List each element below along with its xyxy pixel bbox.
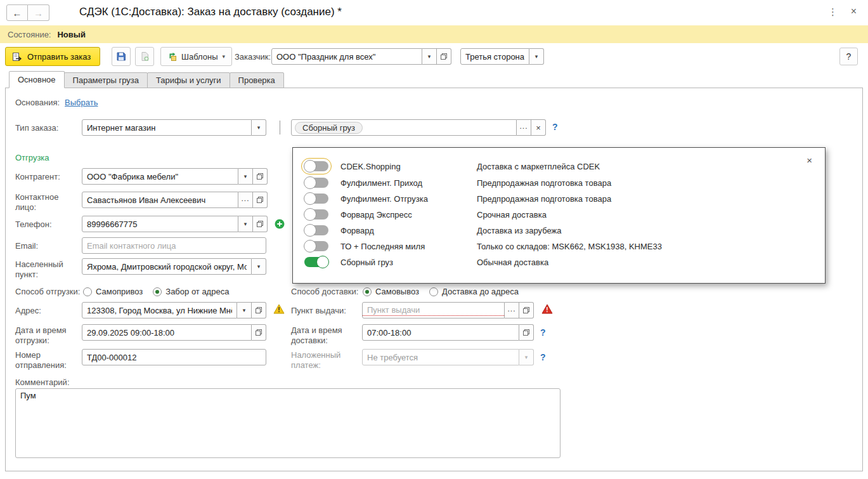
open-form-icon	[523, 307, 529, 313]
open-form-icon	[257, 221, 263, 227]
shipping-datetime-input[interactable]	[82, 328, 251, 338]
tariff-option-description: Доставка из зарубежа	[477, 226, 562, 235]
pickup-point-input[interactable]	[363, 305, 504, 316]
radio-label: Доставка до адреса	[442, 287, 519, 296]
delivery-method-radios: Самовывоз Доставка до адреса	[363, 286, 529, 297]
counterparty-open-button[interactable]	[253, 168, 268, 185]
tariff-help-icon[interactable]: ?	[552, 122, 558, 132]
customer-open-button[interactable]	[437, 48, 451, 65]
contact-open-button[interactable]	[253, 192, 268, 208]
phone-dropdown-button[interactable]: ▾	[238, 216, 253, 232]
delivery-datetime-help-icon[interactable]: ?	[540, 327, 546, 338]
comment-label: Комментарий:	[15, 377, 70, 388]
comment-textarea[interactable]: Пум	[15, 388, 560, 458]
chevron-down-icon: ▾	[525, 354, 528, 360]
tariff-tag-area[interactable]: Сборный груз	[291, 119, 517, 136]
address-open-button[interactable]	[252, 302, 266, 318]
third-party-dropdown-button[interactable]: ▾	[529, 48, 544, 65]
tariff-option-row: Форвард Доставка из зарубежа	[293, 225, 825, 239]
phone-open-button[interactable]	[253, 216, 268, 232]
shipping-method-label: Способ отгрузки:	[15, 287, 80, 297]
contact-field: ...	[82, 192, 268, 208]
counterparty-label: Контрагент:	[15, 172, 60, 182]
basis-row: Основания: Выбрать	[15, 98, 98, 107]
shipment-number-field	[82, 349, 266, 365]
forward-icon: →	[34, 8, 43, 18]
address-input[interactable]	[82, 306, 236, 315]
radio-delivery-to-address[interactable]: Доставка до адреса	[429, 287, 519, 296]
tab-label: Основное	[18, 75, 56, 84]
save-button[interactable]	[112, 47, 131, 66]
toggle-switch[interactable]	[304, 161, 328, 171]
tab-check[interactable]: Проверка	[230, 72, 284, 88]
cod-help-icon[interactable]: ?	[540, 352, 546, 362]
ellipsis-icon: ...	[507, 305, 515, 313]
counterparty-dropdown-button[interactable]: ▾	[238, 168, 253, 185]
main-form: Основания: Выбрать Тип заказа: ▾ Сборный…	[5, 88, 863, 471]
toggle-switch[interactable]	[304, 225, 328, 235]
third-party-input[interactable]	[461, 52, 529, 62]
tab-main[interactable]: Основное	[9, 71, 65, 88]
send-order-button[interactable]: Отправить заказ	[5, 47, 100, 66]
order-type-input[interactable]	[82, 123, 251, 133]
address-warning-icon: !	[273, 304, 285, 314]
delivery-datetime-input[interactable]	[363, 328, 519, 338]
phone-input[interactable]	[82, 220, 238, 229]
radio-self-pickup[interactable]: Самовывоз	[363, 287, 419, 296]
order-type-field: ▾	[82, 119, 266, 136]
cod-dropdown-button: ▾	[519, 349, 534, 365]
tab-cargo-params[interactable]: Параметры груза	[64, 72, 148, 88]
shipping-datetime-label: Дата и время отгрузки:	[15, 325, 79, 346]
toggle-switch[interactable]	[304, 257, 328, 267]
tariff-tag[interactable]: Сборный груз	[295, 122, 363, 134]
tariff-option-name: Форвард Экспресс	[340, 210, 412, 220]
pickup-point-more-button[interactable]: ...	[505, 302, 519, 318]
tariff-option-description: Доставка с маркетплейса CDEK	[477, 162, 600, 171]
toggle-switch[interactable]	[304, 178, 328, 188]
add-phone-icon[interactable]	[275, 219, 285, 229]
tab-tariffs-services[interactable]: Тарифы и услуги	[147, 72, 230, 88]
copy-button[interactable]	[135, 47, 154, 66]
tariff-option-name: Сборный груз	[340, 258, 393, 267]
window-close-icon[interactable]: ×	[851, 6, 857, 17]
order-type-label: Тип заказа:	[15, 123, 58, 133]
toggle-switch[interactable]	[304, 194, 328, 204]
radio-pickup-from-address[interactable]: Забор от адреса	[153, 287, 229, 296]
counterparty-input[interactable]	[82, 172, 238, 181]
toggle-switch[interactable]	[304, 209, 328, 220]
chevron-down-icon: ▾	[244, 173, 247, 180]
tariff-option-description: Срочная доставка	[477, 210, 547, 220]
templates-label: Шаблоны	[181, 52, 218, 62]
help-button[interactable]: ?	[839, 48, 858, 65]
back-button[interactable]: ←	[6, 4, 28, 21]
forward-button[interactable]: →	[28, 4, 49, 21]
address-label: Адрес:	[15, 306, 41, 316]
customer-dropdown-button[interactable]: ▾	[422, 48, 437, 65]
customer-input[interactable]	[272, 52, 422, 62]
toggle-switch[interactable]	[304, 241, 328, 251]
email-input[interactable]	[82, 241, 266, 251]
contact-more-button[interactable]: ...	[238, 192, 253, 208]
chevron-down-icon: ▾	[257, 124, 261, 131]
pickup-point-open-button[interactable]	[519, 302, 534, 318]
city-input[interactable]	[82, 262, 251, 272]
order-type-dropdown-button[interactable]: ▾	[252, 119, 266, 136]
tariff-option-row: Фулфилмент. Приход Предпродажная подгото…	[293, 177, 825, 192]
address-dropdown-button[interactable]: ▾	[237, 302, 252, 318]
svg-text:!: !	[546, 306, 548, 313]
delivery-datetime-label: Дата и время доставки:	[291, 325, 354, 346]
tariff-field: Сборный груз ... ×	[291, 119, 546, 136]
shipment-number-input[interactable]	[82, 353, 266, 362]
city-dropdown-button[interactable]: ▾	[252, 258, 266, 275]
contact-input[interactable]	[82, 195, 238, 205]
more-menu-icon[interactable]: ⋮	[828, 6, 838, 18]
shipping-datetime-open-button[interactable]	[252, 324, 266, 341]
templates-button[interactable]: Шаблоны ▾	[160, 47, 232, 66]
tariff-more-button[interactable]: ...	[517, 119, 531, 136]
status-label: Состояние:	[8, 30, 51, 39]
tariff-clear-button[interactable]: ×	[531, 119, 546, 136]
delivery-datetime-open-button[interactable]	[519, 324, 534, 341]
radio-self-dropoff[interactable]: Самопривоз	[83, 287, 143, 296]
tariff-option-description: Обычная доставка	[477, 258, 548, 267]
basis-choose-link[interactable]: Выбрать	[65, 98, 98, 107]
